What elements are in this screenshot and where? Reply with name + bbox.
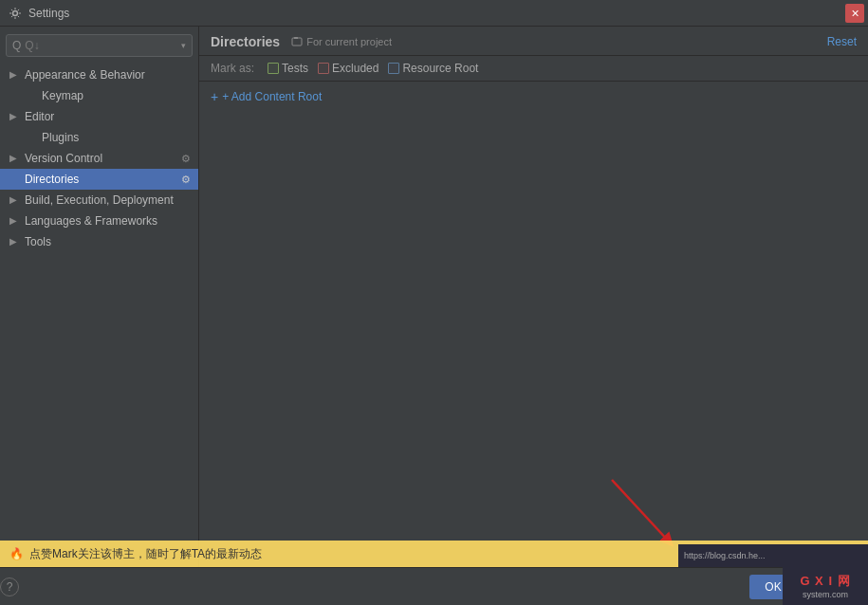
sidebar-item-label: Languages & Frameworks bbox=[25, 214, 157, 228]
project-icon bbox=[291, 36, 303, 47]
sidebar-item-appearance[interactable]: ▶ Appearance & Behavior bbox=[0, 64, 198, 85]
expand-icon: ▶ bbox=[9, 236, 21, 248]
url-text: https://blog.csdn.he... bbox=[684, 551, 766, 560]
sidebar-item-label: Keymap bbox=[42, 89, 83, 102]
expand-icon: ▶ bbox=[9, 111, 21, 122]
title-bar: Settings ✕ bbox=[0, 0, 868, 27]
mark-as-label: Mark as: bbox=[211, 62, 254, 75]
search-box[interactable]: Q ▾ bbox=[6, 34, 193, 57]
sidebar-item-label: Appearance & Behavior bbox=[25, 68, 145, 82]
mark-resource-option[interactable]: Resource Root bbox=[388, 62, 478, 75]
sidebar-item-label: Plugins bbox=[42, 131, 79, 144]
sidebar-item-label: Version Control bbox=[25, 152, 102, 165]
bottom-bar: ? OK Cancel G X I 网 system.com bbox=[0, 567, 868, 605]
reset-link[interactable]: Reset bbox=[827, 35, 857, 48]
sidebar-item-tools[interactable]: ▶ Tools bbox=[0, 231, 198, 252]
content-main bbox=[199, 112, 868, 567]
gxi-subtitle: system.com bbox=[803, 590, 848, 599]
close-button[interactable]: ✕ bbox=[845, 4, 864, 23]
gxi-title: G X I 网 bbox=[800, 573, 850, 590]
sidebar-item-label: Editor bbox=[25, 110, 54, 123]
add-icon: + bbox=[211, 89, 218, 104]
sidebar-item-version-control[interactable]: ▶ Version Control ⚙ bbox=[0, 148, 198, 169]
sidebar-item-build[interactable]: ▶ Build, Execution, Deployment bbox=[0, 190, 198, 211]
search-arrow-icon: ▾ bbox=[181, 41, 186, 50]
svg-point-0 bbox=[13, 10, 18, 15]
resource-checkbox[interactable] bbox=[388, 63, 399, 74]
sidebar-item-languages[interactable]: ▶ Languages & Frameworks bbox=[0, 211, 198, 231]
spacer-icon bbox=[27, 90, 38, 101]
fire-icon: 🔥 bbox=[9, 547, 24, 560]
content-area: Directories For current project Reset Ma… bbox=[199, 27, 868, 567]
url-bar: https://blog.csdn.he... bbox=[678, 544, 868, 567]
sidebar-item-label: Build, Execution, Deployment bbox=[25, 193, 174, 207]
spacer-icon bbox=[9, 174, 21, 185]
sidebar-item-label: Tools bbox=[25, 235, 51, 248]
sidebar-item-plugins[interactable]: Plugins bbox=[0, 127, 198, 148]
add-content-root-button[interactable]: + + Add Content Root bbox=[199, 82, 868, 112]
gear-icon: ⚙ bbox=[181, 153, 191, 165]
bottom-left: ? bbox=[0, 578, 19, 596]
mark-as-bar: Mark as: Tests Excluded Resource Root bbox=[199, 56, 868, 82]
gxi-badge: G X I 网 system.com bbox=[783, 567, 868, 605]
gear-icon: ⚙ bbox=[181, 174, 191, 186]
sidebar-item-keymap[interactable]: Keymap bbox=[0, 85, 198, 106]
expand-icon: ▶ bbox=[9, 69, 21, 81]
blog-text: 点赞Mark关注该博主，随时了解TA的最新动态 bbox=[29, 546, 262, 562]
tests-checkbox[interactable] bbox=[268, 63, 279, 74]
settings-icon bbox=[8, 6, 23, 21]
main-container: Q ▾ ▶ Appearance & Behavior Keymap ▶ Edi… bbox=[0, 27, 868, 567]
svg-rect-1 bbox=[292, 38, 302, 46]
sidebar: Q ▾ ▶ Appearance & Behavior Keymap ▶ Edi… bbox=[0, 27, 199, 567]
mark-tests-option[interactable]: Tests bbox=[268, 62, 308, 75]
expand-icon: ▶ bbox=[9, 215, 21, 227]
sidebar-item-editor[interactable]: ▶ Editor bbox=[0, 106, 198, 127]
sidebar-item-directories[interactable]: Directories ⚙ bbox=[0, 169, 198, 190]
search-input[interactable] bbox=[25, 39, 181, 52]
excluded-checkbox[interactable] bbox=[318, 63, 329, 74]
mark-excluded-option[interactable]: Excluded bbox=[318, 62, 379, 75]
expand-icon: ▶ bbox=[9, 153, 21, 164]
expand-icon: ▶ bbox=[9, 194, 21, 206]
svg-rect-2 bbox=[294, 37, 298, 39]
window-title: Settings bbox=[28, 7, 69, 20]
for-current-project: For current project bbox=[291, 36, 392, 47]
spacer-icon bbox=[27, 132, 38, 143]
content-title: Directories bbox=[211, 34, 280, 49]
search-icon: Q bbox=[12, 39, 21, 52]
sidebar-item-label: Directories bbox=[25, 173, 79, 186]
help-button[interactable]: ? bbox=[0, 578, 19, 596]
content-header: Directories For current project Reset bbox=[199, 27, 868, 56]
